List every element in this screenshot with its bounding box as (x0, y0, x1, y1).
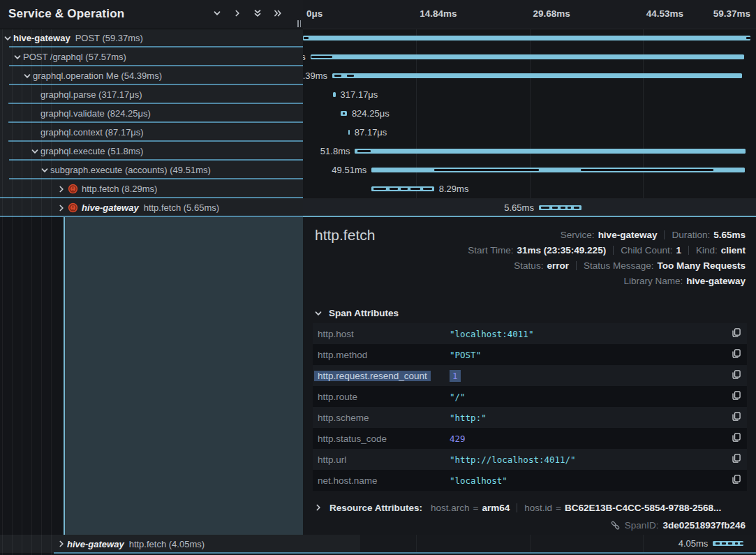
meta-line: Library Name:hive-gateway (468, 274, 746, 289)
resource-attributes-row[interactable]: Resource Attributes: host.arch=arm64host… (314, 498, 749, 517)
tree-row[interactable]: graphql.validate (824.25μs) (0, 104, 303, 123)
duration-label: 57.57ms (303, 47, 306, 66)
span-bar[interactable] (332, 73, 742, 78)
tree-row-bottom[interactable]: hive-gatewayhttp.fetch (4.05ms) (0, 535, 360, 553)
child-span-mark (347, 75, 354, 77)
meta-divider (613, 246, 614, 255)
child-span-mark (434, 169, 539, 171)
copy-icon (731, 390, 741, 404)
span-bar[interactable] (348, 130, 350, 135)
attribute-row[interactable]: http.scheme"http:" (313, 407, 747, 428)
tree-row[interactable]: POST /graphql (57.57ms) (0, 47, 303, 66)
chevron-down-icon[interactable] (3, 34, 12, 43)
chevron-spacer (31, 91, 39, 99)
timeline-row[interactable]: 51.8ms (303, 142, 756, 161)
copy-icon (731, 453, 741, 466)
tree-panel-header: Service & Operation (0, 0, 303, 29)
panel-resize-handle[interactable] (297, 20, 301, 27)
timeline-row[interactable]: 49.51ms (303, 161, 756, 179)
copy-button[interactable] (730, 412, 741, 423)
span-bar[interactable] (303, 36, 750, 40)
expand-all-button[interactable] (272, 8, 283, 20)
tree-row[interactable]: subgraph.execute (accounts) (49.51ms) (0, 161, 303, 179)
copy-button[interactable] (730, 391, 741, 402)
tree-row[interactable]: http.fetch (8.29ms) (0, 179, 303, 198)
attr-key: http.route (313, 392, 450, 402)
chevron-spacer (31, 110, 39, 118)
tree-row[interactable]: graphql.context (87.17μs) (0, 123, 303, 142)
copy-button[interactable] (730, 433, 741, 444)
meta-value: 5.65ms (713, 230, 746, 240)
timeline-row[interactable]: 5.65ms (303, 198, 756, 217)
attr-value-text: "POST" (450, 350, 481, 360)
resource-key: host.arch (431, 503, 470, 513)
copy-icon (731, 348, 741, 362)
timeline-row[interactable]: 824.25μs (303, 104, 756, 123)
span-attributes-header[interactable]: Span Attributes (314, 308, 399, 318)
expand-one-button[interactable] (232, 8, 243, 20)
chevron-down-icon[interactable] (23, 72, 31, 80)
meta-label: Status: (514, 260, 543, 271)
duration-label: 51.8ms (320, 142, 350, 161)
link-icon[interactable] (610, 520, 621, 531)
timeline-row[interactable]: 8.29ms (303, 179, 756, 198)
span-label: http.fetch (4.05ms) (129, 539, 205, 549)
collapse-one-button[interactable] (212, 8, 223, 20)
tree-row[interactable]: hive-gatewayhttp.fetch (5.65ms) (0, 198, 303, 217)
tree-row[interactable]: graphql.operation Me (54.39ms) (0, 66, 303, 85)
collapse-all-button[interactable] (252, 8, 263, 20)
meta-value: hive-gateway (686, 276, 746, 286)
attribute-row[interactable]: http.method"POST" (313, 344, 747, 365)
resource-equals: = (556, 503, 561, 513)
child-span-mark (574, 207, 579, 209)
attr-value: "http://localhost:4011/" (450, 454, 576, 465)
span-bar[interactable] (333, 92, 335, 97)
meta-divider (688, 246, 689, 255)
chevron-down-icon[interactable] (31, 147, 39, 156)
span-bar[interactable] (355, 149, 745, 154)
ruler-tick: 0μs (306, 0, 323, 28)
copy-icon (731, 369, 741, 383)
attr-value-text: 1 (450, 370, 461, 382)
tree-row[interactable]: graphql.execute (51.8ms) (0, 142, 303, 161)
attr-value-text: "http://localhost:4011/" (450, 454, 576, 465)
meta-line: Service:hive-gatewayDuration:5.65ms (468, 228, 746, 243)
timeline-row[interactable]: 57.57ms (303, 47, 756, 66)
chevron-right-icon[interactable] (57, 540, 66, 548)
tree-row[interactable]: hive-gatewayPOST (59.37ms) (0, 29, 303, 47)
copy-button[interactable] (730, 349, 741, 360)
copy-button[interactable] (730, 328, 741, 339)
attribute-row[interactable]: http.url"http://localhost:4011/" (313, 449, 747, 470)
chevron-right-icon[interactable] (57, 204, 66, 212)
child-span-mark (334, 75, 341, 77)
copy-button[interactable] (730, 454, 741, 465)
chevron-right-icon[interactable] (57, 185, 66, 193)
span-service-name: hive-gateway (67, 539, 124, 549)
attribute-row[interactable]: http.status_code429 (313, 428, 747, 449)
span-id-label: SpanID: (625, 520, 659, 531)
copy-button[interactable] (730, 370, 741, 381)
bar-area: 8.29ms (303, 179, 750, 198)
resource-key: host.id (524, 503, 552, 513)
bar-area: 59.37ms (303, 29, 750, 47)
span-service-name: hive-gateway (13, 33, 71, 43)
copy-button[interactable] (730, 475, 741, 486)
attribute-row[interactable]: http.request.resend_count1 (313, 365, 747, 386)
child-span-mark (722, 542, 725, 545)
attr-key: net.host.name (313, 475, 450, 486)
timeline-row[interactable]: 87.17μs (303, 123, 756, 142)
chevron-down-icon[interactable] (13, 53, 22, 61)
attribute-row[interactable]: http.host"localhost:4011" (313, 323, 747, 344)
timeline-row[interactable]: 54.39ms (303, 66, 756, 85)
duration-label: 4.05ms (679, 535, 709, 553)
attribute-row[interactable]: http.route"/" (313, 386, 747, 407)
span-label: POST (59.37ms) (75, 33, 143, 43)
panel-title: Service & Operation (8, 7, 124, 21)
chevron-down-icon[interactable] (40, 166, 49, 175)
tree-row[interactable]: graphql.parse (317.17μs) (0, 85, 303, 104)
duration-label: 87.17μs (355, 123, 387, 142)
timeline-row[interactable]: 59.37ms (303, 29, 756, 47)
span-bar[interactable] (311, 54, 745, 59)
attribute-row[interactable]: net.host.name"localhost" (313, 470, 747, 491)
timeline-row[interactable]: 317.17μs (303, 85, 756, 104)
